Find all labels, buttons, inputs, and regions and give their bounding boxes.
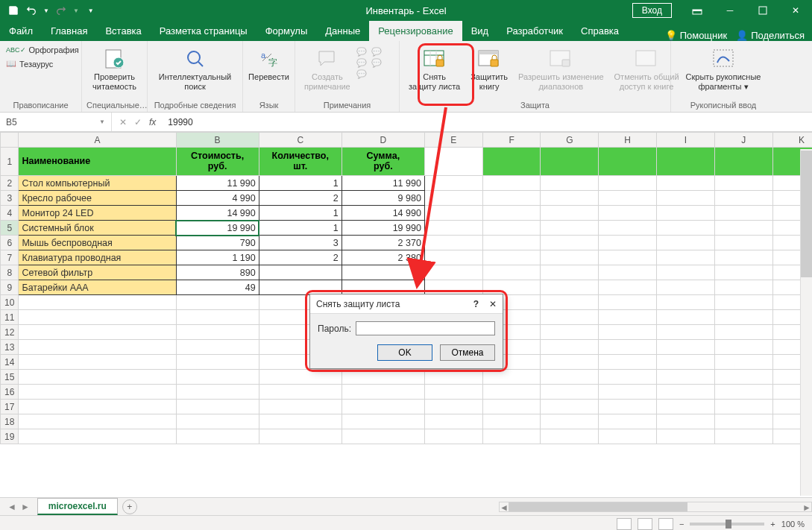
dialog-help-button[interactable]: ? (473, 299, 479, 309)
namebox-dropdown-icon[interactable]: ▼ (99, 119, 105, 125)
hide-ink-button[interactable]: Скрыть рукописные фрагменты ▾ (676, 44, 771, 94)
cell[interactable]: 14 990 (342, 206, 424, 221)
cell[interactable] (657, 191, 715, 206)
cell[interactable]: 19 990 (176, 221, 259, 236)
cell[interactable]: Монитор 24 LED (19, 206, 176, 221)
tell-me-button[interactable]: 💡Помощник (665, 30, 728, 41)
ribbon-options-icon[interactable] (681, 0, 714, 21)
cancel-icon[interactable]: ✕ (119, 117, 127, 127)
cell[interactable] (714, 176, 772, 191)
cell[interactable] (714, 325, 772, 340)
cell[interactable] (657, 280, 715, 295)
share-button[interactable]: 👤Поделиться (736, 30, 805, 41)
cell[interactable] (714, 429, 772, 444)
cell[interactable] (176, 295, 259, 310)
cell[interactable] (424, 206, 482, 221)
cell[interactable] (657, 340, 715, 355)
cell[interactable]: 49 (176, 280, 259, 295)
row-header[interactable]: 14 (1, 355, 19, 370)
zoom-out-button[interactable]: − (679, 520, 684, 529)
cell[interactable] (424, 385, 482, 400)
cell[interactable] (714, 206, 772, 221)
cell[interactable] (657, 221, 715, 236)
cell[interactable] (657, 176, 715, 191)
cell[interactable]: 1 (259, 206, 342, 221)
cell[interactable] (714, 250, 772, 265)
cell[interactable] (176, 310, 259, 325)
cell[interactable]: 1 (259, 176, 342, 191)
cell[interactable] (424, 176, 482, 191)
row-header[interactable]: 6 (1, 236, 19, 250)
cell[interactable]: Сетевой фильтр (19, 265, 176, 280)
password-input[interactable] (356, 321, 495, 335)
login-button[interactable]: Вход (632, 3, 672, 18)
enter-icon[interactable]: ✓ (134, 117, 142, 127)
thesaurus-button[interactable]: 📖Тезаурус (4, 57, 77, 70)
cell[interactable]: Мышь беспроводная (19, 236, 176, 250)
cell[interactable] (482, 221, 541, 236)
cell[interactable] (599, 429, 657, 444)
cell[interactable]: 9 980 (342, 191, 424, 206)
sheet-tab[interactable]: microexcel.ru (37, 498, 118, 515)
cell[interactable] (714, 310, 772, 325)
cell[interactable] (259, 385, 342, 400)
row-header[interactable]: 2 (1, 176, 19, 191)
cell[interactable] (541, 280, 599, 295)
cell[interactable] (482, 400, 541, 414)
sheet-nav-next-icon[interactable]: ► (21, 502, 30, 512)
cell[interactable] (424, 250, 482, 265)
cell[interactable] (714, 191, 772, 206)
cell[interactable] (599, 236, 657, 250)
cell[interactable]: 11 990 (342, 176, 424, 191)
cell[interactable] (342, 400, 424, 414)
close-button[interactable]: ✕ (779, 0, 812, 21)
cell[interactable]: 1 (259, 221, 342, 236)
col-header[interactable]: K (772, 133, 812, 148)
cell[interactable] (599, 191, 657, 206)
new-sheet-button[interactable]: + (122, 499, 137, 514)
cell[interactable]: 11 990 (176, 176, 259, 191)
cell[interactable] (424, 400, 482, 414)
dialog-close-button[interactable]: ✕ (489, 299, 497, 309)
qat-customize-icon[interactable]: ▼ (88, 7, 94, 14)
cell[interactable] (424, 265, 482, 280)
cell[interactable] (657, 385, 715, 400)
cell[interactable] (541, 340, 599, 355)
cell[interactable] (541, 414, 599, 429)
cell[interactable] (657, 414, 715, 429)
cell[interactable] (19, 400, 176, 414)
cell[interactable] (176, 340, 259, 355)
cell[interactable] (714, 236, 772, 250)
cell[interactable] (657, 265, 715, 280)
row-header[interactable]: 12 (1, 325, 19, 340)
cell[interactable] (714, 221, 772, 236)
cell[interactable] (541, 400, 599, 414)
fx-icon[interactable]: fx (149, 117, 156, 127)
cell[interactable] (599, 355, 657, 370)
vertical-scrollbar[interactable] (800, 149, 812, 496)
cell[interactable]: 2 380 (342, 250, 424, 265)
row-header[interactable]: 8 (1, 265, 19, 280)
formula-input[interactable]: 19990 (163, 117, 812, 127)
cell[interactable] (599, 414, 657, 429)
row-header[interactable]: 16 (1, 385, 19, 400)
cell[interactable] (259, 429, 342, 444)
redo-icon[interactable] (55, 4, 67, 16)
cell[interactable]: 4 990 (176, 191, 259, 206)
cell[interactable] (482, 250, 541, 265)
spelling-button[interactable]: ABC✓Орфография (4, 44, 77, 56)
cell[interactable]: 890 (176, 265, 259, 280)
row-header[interactable]: 11 (1, 310, 19, 325)
cell[interactable] (482, 370, 541, 385)
cell[interactable] (541, 221, 599, 236)
row-header[interactable]: 4 (1, 206, 19, 221)
row-header[interactable]: 10 (1, 295, 19, 310)
cell[interactable] (176, 370, 259, 385)
minimize-button[interactable]: ─ (714, 0, 746, 21)
row-header[interactable]: 5 (1, 221, 19, 236)
cell[interactable] (541, 325, 599, 340)
cell[interactable] (657, 325, 715, 340)
cell[interactable]: 790 (176, 236, 259, 250)
cell[interactable] (342, 370, 424, 385)
cell[interactable] (599, 325, 657, 340)
